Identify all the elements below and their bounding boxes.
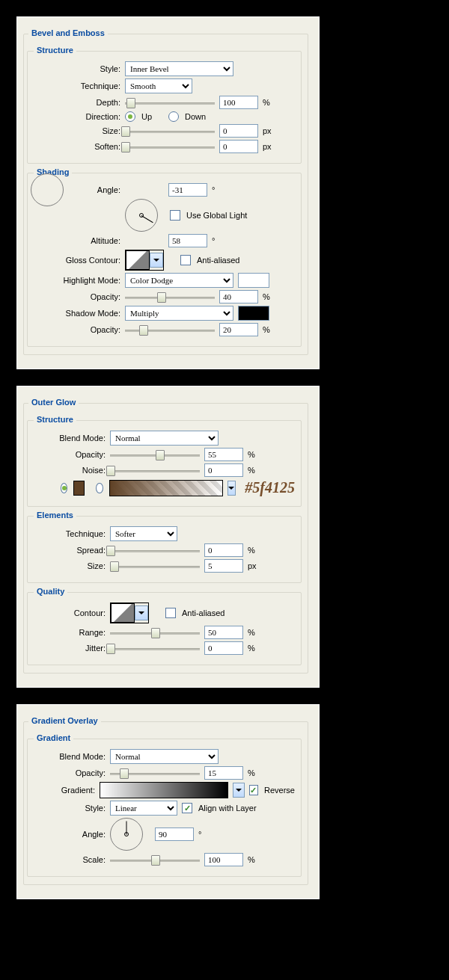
chk-antialiased[interactable] [165, 608, 176, 618]
chk-reverse[interactable] [249, 785, 258, 795]
label-contour: Contour: [31, 608, 106, 617]
blend-mode-select[interactable]: Normal [110, 749, 219, 764]
highlight-color-swatch[interactable] [238, 273, 269, 288]
spread-slider[interactable] [110, 544, 200, 556]
label-soften: Soften: [31, 142, 120, 151]
group-elements: Elements Technique: Softer Spread: % Siz… [27, 516, 302, 583]
gradient-picker[interactable] [100, 782, 228, 798]
label-shadow-mode: Shadow Mode: [31, 309, 120, 318]
s-opacity-input[interactable] [219, 323, 258, 336]
unit: px [263, 126, 272, 135]
group-gradient-overlay: Gradient Overlay Gradient Blend Mode: No… [23, 721, 308, 885]
soften-slider[interactable] [125, 141, 215, 152]
label-s-opacity: Opacity: [31, 325, 120, 334]
label-style: Style: [31, 804, 106, 813]
altitude-input[interactable] [168, 234, 207, 247]
unit: px [263, 142, 272, 151]
angle-dial[interactable] [110, 818, 143, 851]
angle-dial[interactable] [31, 173, 64, 206]
angle-altitude-dial[interactable] [125, 199, 158, 232]
opacity-input[interactable] [204, 448, 243, 461]
scale-input[interactable] [204, 853, 243, 866]
size-slider[interactable] [125, 125, 215, 137]
opacity-slider[interactable] [110, 449, 200, 460]
shadow-color-swatch[interactable] [238, 306, 269, 321]
chk-global-light[interactable] [170, 210, 180, 221]
label-style: Style: [31, 64, 120, 73]
opacity-input[interactable] [204, 766, 243, 780]
blend-mode-select[interactable]: Normal [110, 431, 219, 446]
gradient-dropdown-icon[interactable] [227, 481, 236, 496]
subgroup-title: Structure [34, 415, 76, 424]
label-angle: Angle: [31, 830, 106, 839]
label-reverse: Reverse [264, 786, 295, 795]
radio-up[interactable] [125, 111, 135, 122]
noise-slider[interactable] [110, 464, 200, 476]
depth-input[interactable] [219, 96, 258, 109]
group-shading: Shading Angle: ° Use Global Light Alti [27, 173, 302, 347]
label-gradient: Gradient: [31, 786, 95, 795]
technique-select[interactable]: Smooth [125, 78, 192, 93]
group-bevel: Bevel and Emboss Structure Style: Inner … [23, 34, 308, 355]
highlight-mode-select[interactable]: Color Dodge [125, 273, 233, 288]
label-technique: Technique: [31, 81, 120, 90]
style-select[interactable]: Inner Bevel [125, 61, 233, 76]
label-highlight-mode: Highlight Mode: [31, 276, 120, 285]
radio-down[interactable] [168, 111, 179, 122]
label-spread: Spread: [31, 546, 106, 555]
opacity-slider[interactable] [110, 767, 200, 779]
unit: % [248, 768, 255, 777]
soften-input[interactable] [219, 140, 258, 153]
size-input[interactable] [204, 559, 243, 573]
radio-gradient[interactable] [96, 483, 103, 493]
h-opacity-input[interactable] [219, 290, 258, 303]
label-jitter: Jitter: [31, 644, 106, 653]
subgroup-title: Quality [34, 587, 67, 596]
jitter-input[interactable] [204, 641, 243, 655]
range-input[interactable] [204, 626, 243, 639]
chk-antialiased[interactable] [180, 255, 191, 265]
angle-input[interactable] [155, 828, 194, 841]
unit: ° [212, 185, 215, 194]
size-input[interactable] [219, 124, 258, 138]
unit: ° [212, 236, 215, 245]
unit: ° [198, 830, 201, 839]
group-quality: Quality Contour: Anti-aliased Range: % J… [27, 592, 302, 665]
label-global-light: Use Global Light [186, 211, 247, 220]
depth-slider[interactable] [125, 96, 215, 108]
technique-select[interactable]: Softer [110, 526, 177, 541]
label-blend-mode: Blend Mode: [31, 434, 106, 443]
group-title: Outer Glow [28, 398, 79, 407]
gradient-dropdown-icon[interactable] [233, 783, 245, 798]
label-down: Down [185, 112, 206, 121]
radio-solid-color[interactable] [61, 483, 67, 493]
panel-outer-glow: Outer Glow Structure Blend Mode: Normal … [16, 386, 320, 688]
group-structure: Structure Style: Inner Bevel Technique: … [27, 51, 302, 164]
color-hex-annotation: #5f4125 [245, 479, 295, 496]
range-slider[interactable] [110, 626, 200, 638]
glow-color-swatch[interactable] [73, 481, 84, 496]
subgroup-title: Gradient [34, 733, 73, 742]
style-select[interactable]: Linear [110, 801, 177, 816]
label-size: Size: [31, 126, 120, 135]
jitter-slider[interactable] [110, 642, 200, 654]
label-altitude: Altitude: [31, 236, 120, 245]
contour-picker[interactable] [110, 603, 149, 623]
s-opacity-slider[interactable] [125, 324, 215, 336]
h-opacity-slider[interactable] [125, 291, 215, 303]
size-slider[interactable] [110, 560, 200, 572]
noise-input[interactable] [204, 463, 243, 477]
chk-align-layer[interactable] [182, 803, 192, 813]
label-opacity: Opacity: [31, 450, 106, 459]
glow-gradient-picker[interactable] [109, 480, 223, 496]
angle-input[interactable] [168, 183, 207, 197]
shadow-mode-select[interactable]: Multiply [125, 306, 233, 321]
gloss-contour-picker[interactable] [125, 250, 164, 271]
spread-input[interactable] [204, 543, 243, 557]
group-structure: Structure Blend Mode: Normal Opacity: % … [27, 420, 302, 507]
label-antialiased: Anti-aliased [197, 256, 239, 265]
unit: % [263, 292, 270, 301]
unit: % [248, 466, 255, 475]
scale-slider[interactable] [110, 854, 200, 866]
unit: % [263, 325, 270, 334]
